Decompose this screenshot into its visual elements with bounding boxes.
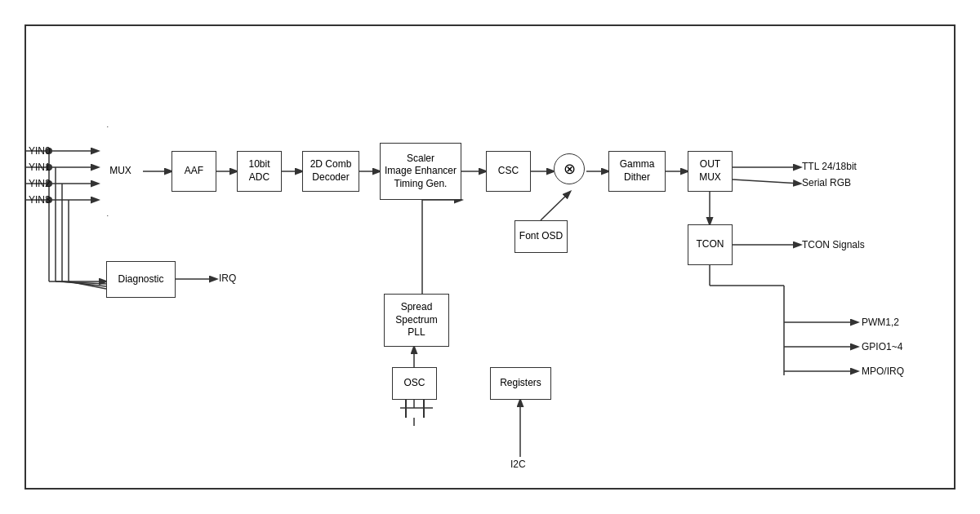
aaf-block: AAF: [172, 151, 216, 192]
fontosd-block: Font OSD: [514, 220, 568, 253]
csc-label: CSC: [498, 165, 519, 178]
tcon-label: TCON: [697, 238, 724, 251]
i2c-label: I2C: [510, 459, 526, 470]
yin1-label: YIN1: [29, 162, 51, 173]
adc-label: 10bit ADC: [248, 158, 270, 184]
yin3-label: YIN3: [29, 194, 51, 206]
fontosd-label: Font OSD: [519, 230, 563, 243]
ttl-label: TTL 24/18bit: [802, 161, 857, 172]
mux-label: MUX: [109, 165, 131, 178]
spread-label: Spread Spectrum PLL: [395, 301, 437, 339]
osc-label: OSC: [403, 377, 425, 390]
gamma-block: Gamma Dither: [608, 151, 666, 192]
scaler-label: Scaler Image Enhancer Timing Gen.: [385, 153, 457, 191]
osc-block: OSC: [392, 367, 437, 400]
pwm-label: PWM1,2: [862, 317, 899, 328]
diagnostic-block: Diagnostic: [106, 261, 176, 298]
mix-block: ⊗: [554, 153, 585, 184]
yin2-label: YIN2: [29, 178, 51, 189]
serialrgb-label: Serial RGB: [802, 177, 851, 188]
mix-label: ⊗: [564, 160, 576, 178]
gamma-label: Gamma Dither: [620, 158, 655, 184]
yin0-label: YIN0: [29, 145, 51, 157]
comb-label: 2D Comb Decoder: [310, 158, 352, 184]
registers-label: Registers: [500, 377, 541, 390]
mpo-label: MPO/IRQ: [862, 366, 904, 377]
spread-block: Spread Spectrum PLL: [384, 294, 449, 347]
scaler-block: Scaler Image Enhancer Timing Gen.: [380, 143, 461, 200]
comb-block: 2D Comb Decoder: [302, 151, 359, 192]
outmux-label: OUT MUX: [699, 158, 721, 184]
csc-block: CSC: [486, 151, 531, 192]
registers-block: Registers: [490, 367, 551, 400]
adc-block: 10bit ADC: [237, 151, 282, 192]
tcon-signals-label: TCON Signals: [802, 239, 865, 250]
outmux-block: OUT MUX: [688, 151, 733, 192]
irq-label: IRQ: [219, 273, 236, 284]
outer-border: [24, 24, 956, 490]
diagnostic-label: Diagnostic: [118, 273, 163, 286]
gpio-label: GPIO1~4: [862, 341, 902, 352]
tcon-block: TCON: [688, 224, 733, 265]
aaf-label: AAF: [185, 165, 203, 178]
